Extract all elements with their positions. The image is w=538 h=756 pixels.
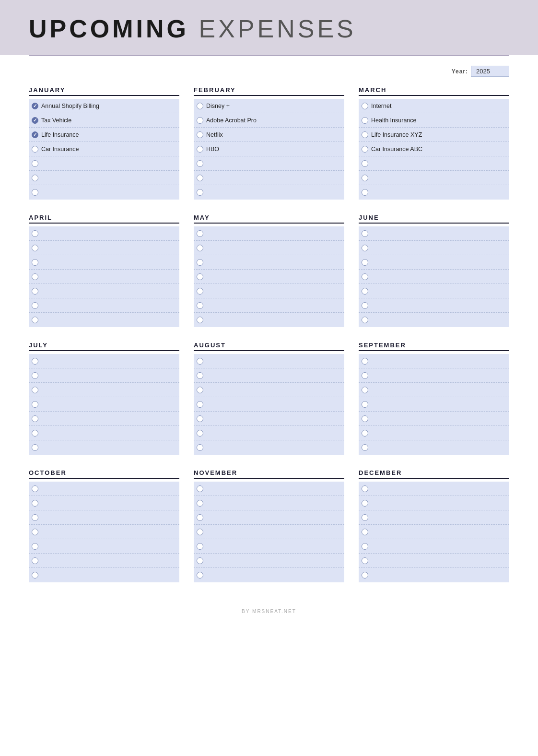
checkbox[interactable] bbox=[32, 317, 38, 323]
checkbox[interactable] bbox=[362, 430, 368, 437]
expense-item[interactable]: Adobe Acrobat Pro bbox=[194, 113, 344, 128]
checkbox[interactable] bbox=[32, 372, 38, 379]
checkbox[interactable]: ✓ bbox=[32, 131, 38, 138]
expense-item[interactable]: Netflix bbox=[194, 128, 344, 142]
checkbox[interactable] bbox=[362, 302, 368, 309]
checkbox[interactable] bbox=[32, 543, 38, 550]
checkbox[interactable] bbox=[362, 189, 368, 196]
checkbox[interactable] bbox=[32, 273, 38, 280]
checkbox[interactable] bbox=[197, 514, 203, 521]
checkbox[interactable] bbox=[362, 245, 368, 251]
checkbox[interactable] bbox=[197, 103, 203, 109]
checkbox[interactable] bbox=[32, 557, 38, 564]
checkbox[interactable] bbox=[197, 317, 203, 323]
checkbox[interactable] bbox=[197, 175, 203, 181]
checkbox[interactable]: ✓ bbox=[32, 103, 38, 109]
checkbox[interactable] bbox=[32, 529, 38, 535]
checkmark-icon: ✓ bbox=[33, 118, 37, 123]
checkbox[interactable] bbox=[197, 131, 203, 138]
checkbox[interactable] bbox=[362, 103, 368, 109]
checkbox[interactable] bbox=[197, 273, 203, 280]
checkbox[interactable] bbox=[362, 372, 368, 379]
checkbox[interactable] bbox=[362, 160, 368, 167]
checkbox[interactable] bbox=[362, 358, 368, 365]
expense-item[interactable]: ✓Tax Vehicle bbox=[29, 113, 179, 128]
checkbox[interactable] bbox=[362, 485, 368, 492]
checkbox[interactable] bbox=[362, 259, 368, 266]
checkbox[interactable] bbox=[362, 387, 368, 393]
checkbox[interactable] bbox=[362, 131, 368, 138]
checkbox[interactable] bbox=[32, 288, 38, 295]
checkbox[interactable] bbox=[32, 387, 38, 393]
checkbox[interactable] bbox=[197, 387, 203, 393]
checkbox[interactable] bbox=[362, 317, 368, 323]
checkbox[interactable] bbox=[362, 415, 368, 422]
checkbox[interactable] bbox=[32, 430, 38, 437]
checkbox[interactable] bbox=[197, 358, 203, 365]
checkbox[interactable] bbox=[362, 175, 368, 181]
checkbox[interactable] bbox=[32, 189, 38, 196]
checkbox[interactable] bbox=[32, 401, 38, 408]
checkbox[interactable] bbox=[197, 430, 203, 437]
checkbox[interactable] bbox=[197, 372, 203, 379]
checkbox[interactable] bbox=[32, 160, 38, 167]
checkbox[interactable] bbox=[197, 485, 203, 492]
checkbox[interactable] bbox=[362, 529, 368, 535]
checkbox[interactable] bbox=[362, 401, 368, 408]
checkbox[interactable] bbox=[197, 245, 203, 251]
expense-item[interactable]: Car Insurance bbox=[29, 142, 179, 156]
expense-item[interactable]: Car Insurance ABC bbox=[359, 142, 509, 156]
checkbox[interactable] bbox=[362, 230, 368, 237]
checkbox[interactable] bbox=[32, 572, 38, 579]
checkbox[interactable] bbox=[197, 543, 203, 550]
checkbox[interactable] bbox=[197, 288, 203, 295]
checkbox[interactable] bbox=[32, 230, 38, 237]
checkbox[interactable] bbox=[197, 189, 203, 196]
checkbox[interactable] bbox=[362, 146, 368, 153]
checkbox[interactable] bbox=[197, 302, 203, 309]
expense-item[interactable]: Health Insurance bbox=[359, 113, 509, 128]
checkbox[interactable] bbox=[362, 288, 368, 295]
checkbox[interactable] bbox=[32, 175, 38, 181]
expense-item bbox=[29, 554, 179, 568]
checkbox[interactable] bbox=[32, 259, 38, 266]
expense-item[interactable]: HBO bbox=[194, 142, 344, 156]
checkbox[interactable] bbox=[362, 557, 368, 564]
checkbox[interactable] bbox=[197, 557, 203, 564]
checkbox[interactable] bbox=[362, 273, 368, 280]
checkbox[interactable] bbox=[362, 444, 368, 451]
expense-item[interactable]: Internet bbox=[359, 99, 509, 113]
checkbox[interactable] bbox=[197, 117, 203, 124]
checkbox[interactable] bbox=[32, 302, 38, 309]
checkbox[interactable] bbox=[197, 259, 203, 266]
expense-item[interactable]: Life Insurance XYZ bbox=[359, 128, 509, 142]
checkbox[interactable] bbox=[197, 146, 203, 153]
checkbox[interactable] bbox=[362, 543, 368, 550]
checkbox[interactable] bbox=[197, 444, 203, 451]
checkbox[interactable] bbox=[197, 230, 203, 237]
checkbox[interactable] bbox=[32, 444, 38, 451]
checkbox[interactable] bbox=[32, 500, 38, 507]
checkbox[interactable] bbox=[362, 514, 368, 521]
checkbox[interactable] bbox=[32, 514, 38, 521]
checkbox[interactable] bbox=[32, 485, 38, 492]
checkbox[interactable] bbox=[197, 529, 203, 535]
expense-item[interactable]: Disney + bbox=[194, 99, 344, 113]
expense-item bbox=[29, 284, 179, 298]
checkbox[interactable]: ✓ bbox=[32, 117, 38, 124]
checkbox[interactable] bbox=[197, 572, 203, 579]
checkbox[interactable] bbox=[32, 358, 38, 365]
checkbox[interactable] bbox=[32, 415, 38, 422]
expense-item[interactable]: ✓Life Insurance bbox=[29, 128, 179, 142]
checkbox[interactable] bbox=[197, 160, 203, 167]
checkbox[interactable] bbox=[197, 500, 203, 507]
checkbox[interactable] bbox=[362, 500, 368, 507]
checkbox[interactable] bbox=[197, 415, 203, 422]
checkbox[interactable] bbox=[362, 117, 368, 124]
checkbox[interactable] bbox=[197, 401, 203, 408]
checkbox[interactable] bbox=[32, 146, 38, 153]
expense-item[interactable]: ✓Annual Shopify Billing bbox=[29, 99, 179, 113]
checkbox[interactable] bbox=[32, 245, 38, 251]
year-value[interactable]: 2025 bbox=[471, 66, 509, 77]
checkbox[interactable] bbox=[362, 572, 368, 579]
